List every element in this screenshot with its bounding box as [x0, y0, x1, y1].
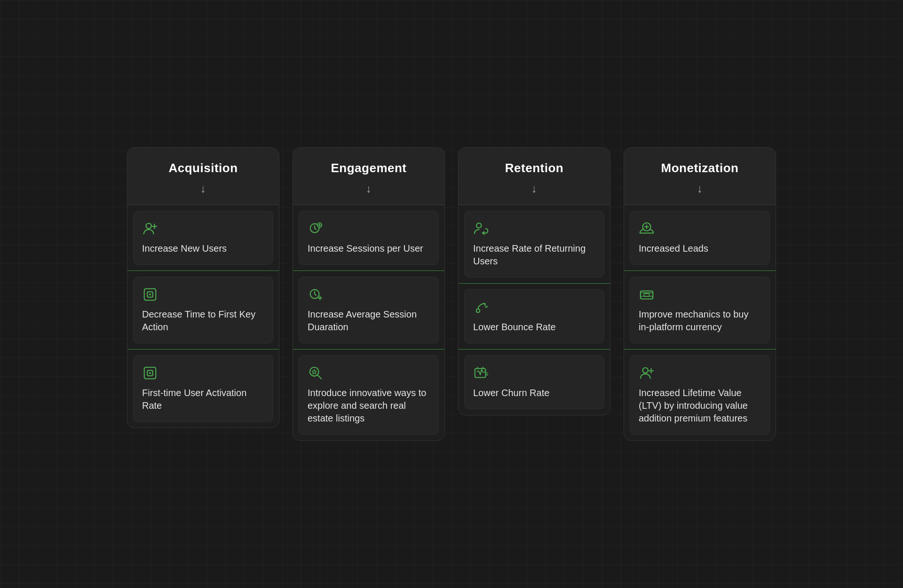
card-text-decrease-time-first-key: Decrease Time to First Key Action — [142, 308, 264, 334]
arrow-down-icon-retention: ↓ — [468, 182, 601, 195]
user-plus-icon — [639, 365, 761, 381]
clock-plus-icon — [308, 286, 430, 302]
card-first-time-activation: First-time User Activation Rate — [133, 355, 273, 422]
svg-rect-23 — [641, 291, 653, 299]
svg-rect-24 — [644, 294, 649, 296]
column-header-retention: Retention↓ — [459, 148, 610, 205]
card-text-lower-churn: Lower Churn Rate — [473, 387, 595, 399]
clock-add-icon — [308, 221, 430, 237]
column-title-engagement: Engagement — [302, 161, 435, 175]
card-increased-ltv: Increased Lifetime Value (LTV) by introd… — [630, 355, 770, 435]
card-text-lower-bounce: Lower Bounce Rate — [473, 321, 595, 334]
card-decrease-time-first-key: Decrease Time to First Key Action — [133, 277, 273, 343]
arrow-down-icon-monetization: ↓ — [634, 182, 766, 195]
column-retention: Retention↓ Increase Rate of Returning Us… — [458, 147, 610, 415]
user-return-icon — [473, 221, 595, 237]
svg-point-8 — [149, 372, 151, 374]
column-body-monetization: Increased Leads Improve mechanics to buy… — [624, 211, 776, 435]
search-star-icon — [308, 365, 430, 381]
card-text-first-time-activation: First-time User Activation Rate — [142, 387, 264, 412]
column-acquisition: Acquisition↓ Increase New Users Decrease… — [127, 147, 279, 428]
column-header-engagement: Engagement↓ — [293, 148, 444, 205]
bounce-icon — [473, 299, 595, 315]
card-text-innovative-search: Introduce innovative ways to explore and… — [308, 387, 430, 425]
column-body-engagement: Increase Sessions per User Increase Aver… — [293, 211, 444, 435]
column-header-acquisition: Acquisition↓ — [127, 148, 279, 205]
card-increase-returning: Increase Rate of Returning Users — [464, 211, 604, 278]
currency-icon — [639, 286, 761, 302]
svg-point-17 — [476, 223, 481, 228]
user-add-icon — [142, 221, 264, 237]
column-header-monetization: Monetization↓ — [624, 148, 776, 205]
card-increase-new-users: Increase New Users — [133, 211, 273, 265]
card-text-improve-currency: Improve mechanics to buy in-platform cur… — [639, 308, 761, 334]
target2-icon — [142, 365, 264, 381]
card-text-increase-new-users: Increase New Users — [142, 242, 264, 255]
churn-icon — [473, 365, 595, 381]
column-monetization: Monetization↓ Increased Leads Improve me… — [624, 147, 776, 441]
target-icon — [142, 286, 264, 302]
column-engagement: Engagement↓ Increase Sessions per User I… — [293, 147, 445, 441]
svg-point-27 — [643, 368, 648, 373]
card-increase-sessions: Increase Sessions per User — [299, 211, 439, 265]
card-lower-bounce: Lower Bounce Rate — [464, 289, 604, 343]
card-innovative-search: Introduce innovative ways to explore and… — [299, 355, 439, 435]
column-body-acquisition: Increase New Users Decrease Time to Firs… — [127, 211, 279, 422]
card-text-increase-returning: Increase Rate of Returning Users — [473, 242, 595, 268]
card-improve-currency: Improve mechanics to buy in-platform cur… — [630, 277, 770, 343]
column-title-retention: Retention — [468, 161, 601, 175]
card-text-increased-ltv: Increased Lifetime Value (LTV) by introd… — [639, 387, 761, 425]
svg-point-5 — [149, 294, 151, 295]
svg-point-18 — [476, 309, 480, 313]
column-title-monetization: Monetization — [634, 161, 766, 175]
svg-point-0 — [146, 223, 151, 229]
card-increased-leads: Increased Leads — [630, 211, 770, 265]
leads-icon — [639, 221, 761, 237]
card-increase-avg-session: Increase Average Session Duaration — [299, 277, 439, 343]
card-text-increase-sessions: Increase Sessions per User — [308, 242, 430, 255]
arrow-down-icon-engagement: ↓ — [302, 182, 435, 195]
card-text-increased-leads: Increased Leads — [639, 242, 761, 255]
svg-point-16 — [310, 367, 319, 376]
card-lower-churn: Lower Churn Rate — [464, 355, 604, 409]
board: Acquisition↓ Increase New Users Decrease… — [127, 147, 776, 441]
column-title-acquisition: Acquisition — [137, 161, 269, 175]
arrow-down-icon-acquisition: ↓ — [137, 182, 269, 195]
card-text-increase-avg-session: Increase Average Session Duaration — [308, 308, 430, 334]
column-body-retention: Increase Rate of Returning Users Lower B… — [459, 211, 610, 409]
